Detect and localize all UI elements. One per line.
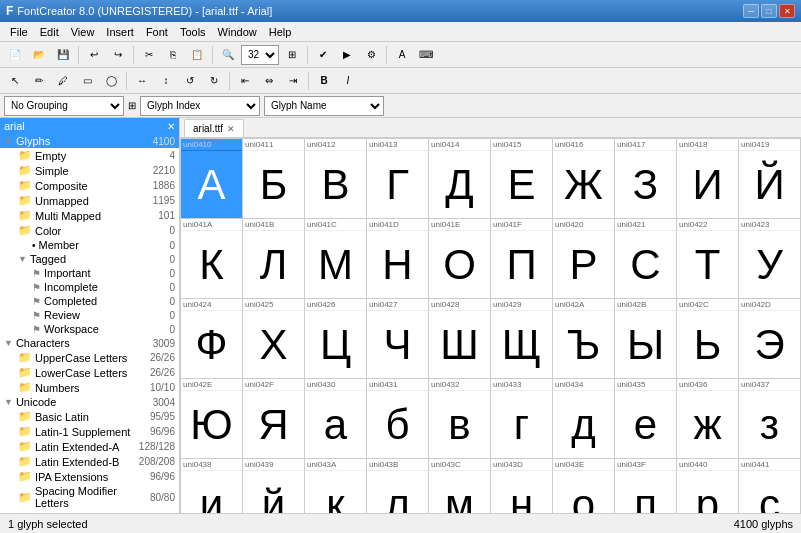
glyph-cell-uni0441[interactable]: uni0441 с bbox=[739, 459, 801, 513]
cut-button[interactable]: ✂ bbox=[138, 44, 160, 66]
glyph-cell-uni0439[interactable]: uni0439 й bbox=[243, 459, 305, 513]
glyph-cell-uni041A[interactable]: uni041A К bbox=[181, 219, 243, 299]
menu-window[interactable]: Window bbox=[212, 24, 263, 40]
sidebar-item-14[interactable]: ▼ Characters 3009 bbox=[0, 336, 179, 350]
rectangle-tool[interactable]: ▭ bbox=[76, 70, 98, 92]
glyph-cell-uni041F[interactable]: uni041F П bbox=[491, 219, 553, 299]
sidebar-item-3[interactable]: 📁 Composite 1886 bbox=[0, 178, 179, 193]
italic-tool[interactable]: I bbox=[337, 70, 359, 92]
copy-button[interactable]: ⎘ bbox=[162, 44, 184, 66]
sidebar-item-15[interactable]: 📁 UpperCase Letters 26/26 bbox=[0, 350, 179, 365]
rotate-ccw[interactable]: ↺ bbox=[179, 70, 201, 92]
glyph-cell-uni0417[interactable]: uni0417 З bbox=[615, 139, 677, 219]
glyph-cell-uni0415[interactable]: uni0415 Е bbox=[491, 139, 553, 219]
sidebar-item-7[interactable]: • Member 0 bbox=[0, 238, 179, 252]
glyph-cell-uni0425[interactable]: uni0425 Х bbox=[243, 299, 305, 379]
grid-button[interactable]: ⊞ bbox=[281, 44, 303, 66]
glyph-cell-uni043C[interactable]: uni043C м bbox=[429, 459, 491, 513]
settings-button[interactable]: ⚙ bbox=[360, 44, 382, 66]
glyph-cell-uni0428[interactable]: uni0428 Ш bbox=[429, 299, 491, 379]
sidebar-item-24[interactable]: 📁 Spacing Modifier Letters 80/80 bbox=[0, 484, 179, 510]
glyph-cell-uni041C[interactable]: uni041C М bbox=[305, 219, 367, 299]
glyph-cell-uni0440[interactable]: uni0440 р bbox=[677, 459, 739, 513]
glyph-cell-uni0437[interactable]: uni0437 з bbox=[739, 379, 801, 459]
sidebar-item-18[interactable]: ▼ Unicode 3004 bbox=[0, 395, 179, 409]
glyph-cell-uni0422[interactable]: uni0422 Т bbox=[677, 219, 739, 299]
sidebar-item-1[interactable]: 📁 Empty 4 bbox=[0, 148, 179, 163]
tab-arial-ttf[interactable]: arial.ttf ✕ bbox=[184, 119, 244, 137]
glyph-cell-uni0414[interactable]: uni0414 Д bbox=[429, 139, 491, 219]
glyph-cell-uni0438[interactable]: uni0438 и bbox=[181, 459, 243, 513]
glyph-cell-uni0426[interactable]: uni0426 Ц bbox=[305, 299, 367, 379]
glyph-cell-uni0432[interactable]: uni0432 в bbox=[429, 379, 491, 459]
menu-view[interactable]: View bbox=[65, 24, 101, 40]
align-left[interactable]: ⇤ bbox=[234, 70, 256, 92]
sidebar-item-16[interactable]: 📁 LowerCase Letters 26/26 bbox=[0, 365, 179, 380]
sidebar-item-22[interactable]: 📁 Latin Extended-B 208/208 bbox=[0, 454, 179, 469]
menu-font[interactable]: Font bbox=[140, 24, 174, 40]
glyph-index-select[interactable]: Glyph Index bbox=[140, 96, 260, 116]
sidebar-item-5[interactable]: 📁 Multi Mapped 101 bbox=[0, 208, 179, 223]
sidebar-item-2[interactable]: 📁 Simple 2210 bbox=[0, 163, 179, 178]
generate-button[interactable]: ▶ bbox=[336, 44, 358, 66]
sidebar-tab-label[interactable]: arial bbox=[4, 120, 25, 132]
zoom-in-button[interactable]: 🔍 bbox=[217, 44, 239, 66]
glyph-cell-uni0413[interactable]: uni0413 Г bbox=[367, 139, 429, 219]
tab-close-button[interactable]: ✕ bbox=[227, 124, 235, 134]
glyph-grid-container[interactable]: uni0410 А uni0411 Б uni0412 В uni0413 Г … bbox=[180, 138, 801, 513]
save-button[interactable]: 💾 bbox=[52, 44, 74, 66]
sidebar-item-12[interactable]: ⚑ Review 0 bbox=[0, 308, 179, 322]
menu-help[interactable]: Help bbox=[263, 24, 298, 40]
char-map[interactable]: ⌨ bbox=[415, 44, 437, 66]
sidebar-item-4[interactable]: 📁 Unmapped 1195 bbox=[0, 193, 179, 208]
align-right[interactable]: ⇥ bbox=[282, 70, 304, 92]
glyph-cell-uni0412[interactable]: uni0412 В bbox=[305, 139, 367, 219]
glyph-cell-uni041E[interactable]: uni041E О bbox=[429, 219, 491, 299]
bold-tool[interactable]: B bbox=[313, 70, 335, 92]
glyph-cell-uni0431[interactable]: uni0431 б bbox=[367, 379, 429, 459]
maximize-button[interactable]: □ bbox=[761, 4, 777, 18]
sidebar-item-23[interactable]: 📁 IPA Extensions 96/96 bbox=[0, 469, 179, 484]
ellipse-tool[interactable]: ◯ bbox=[100, 70, 122, 92]
align-center[interactable]: ⇔ bbox=[258, 70, 280, 92]
sidebar-item-19[interactable]: 📁 Basic Latin 95/95 bbox=[0, 409, 179, 424]
glyph-cell-uni0433[interactable]: uni0433 г bbox=[491, 379, 553, 459]
menu-edit[interactable]: Edit bbox=[34, 24, 65, 40]
sidebar-item-25[interactable]: 📁 Combining Diacri... 111/112 bbox=[0, 510, 179, 513]
close-button[interactable]: ✕ bbox=[779, 4, 795, 18]
glyph-cell-uni0420[interactable]: uni0420 Р bbox=[553, 219, 615, 299]
font-preview[interactable]: A bbox=[391, 44, 413, 66]
flip-v[interactable]: ↕ bbox=[155, 70, 177, 92]
zoom-select[interactable]: 3216244864 bbox=[241, 45, 279, 65]
sidebar-item-0[interactable]: ▼ Glyphs 4100 bbox=[0, 134, 179, 148]
sidebar-item-20[interactable]: 📁 Latin-1 Supplement 96/96 bbox=[0, 424, 179, 439]
glyph-cell-uni0435[interactable]: uni0435 е bbox=[615, 379, 677, 459]
menu-tools[interactable]: Tools bbox=[174, 24, 212, 40]
glyph-cell-uni042F[interactable]: uni042F Я bbox=[243, 379, 305, 459]
rotate-cw[interactable]: ↻ bbox=[203, 70, 225, 92]
glyph-cell-uni0418[interactable]: uni0418 И bbox=[677, 139, 739, 219]
flip-h[interactable]: ↔ bbox=[131, 70, 153, 92]
grouping-select[interactable]: No Grouping bbox=[4, 96, 124, 116]
select-tool[interactable]: ↖ bbox=[4, 70, 26, 92]
menu-file[interactable]: File bbox=[4, 24, 34, 40]
glyph-cell-uni0416[interactable]: uni0416 Ж bbox=[553, 139, 615, 219]
glyph-cell-uni0424[interactable]: uni0424 Ф bbox=[181, 299, 243, 379]
sidebar-item-9[interactable]: ⚑ Important 0 bbox=[0, 266, 179, 280]
minimize-button[interactable]: ─ bbox=[743, 4, 759, 18]
glyph-cell-uni042E[interactable]: uni042E Ю bbox=[181, 379, 243, 459]
glyph-cell-uni0430[interactable]: uni0430 а bbox=[305, 379, 367, 459]
glyph-cell-uni0410[interactable]: uni0410 А bbox=[181, 139, 243, 219]
glyph-cell-uni0423[interactable]: uni0423 У bbox=[739, 219, 801, 299]
glyph-cell-uni0434[interactable]: uni0434 д bbox=[553, 379, 615, 459]
sidebar-item-8[interactable]: ▼ Tagged 0 bbox=[0, 252, 179, 266]
glyph-cell-uni043A[interactable]: uni043A к bbox=[305, 459, 367, 513]
paste-button[interactable]: 📋 bbox=[186, 44, 208, 66]
sidebar-item-17[interactable]: 📁 Numbers 10/10 bbox=[0, 380, 179, 395]
glyph-name-select[interactable]: Glyph Name bbox=[264, 96, 384, 116]
open-button[interactable]: 📂 bbox=[28, 44, 50, 66]
sidebar-item-13[interactable]: ⚑ Workspace 0 bbox=[0, 322, 179, 336]
glyph-cell-uni043F[interactable]: uni043F п bbox=[615, 459, 677, 513]
glyph-cell-uni042B[interactable]: uni042B Ы bbox=[615, 299, 677, 379]
pen-tool[interactable]: 🖊 bbox=[52, 70, 74, 92]
